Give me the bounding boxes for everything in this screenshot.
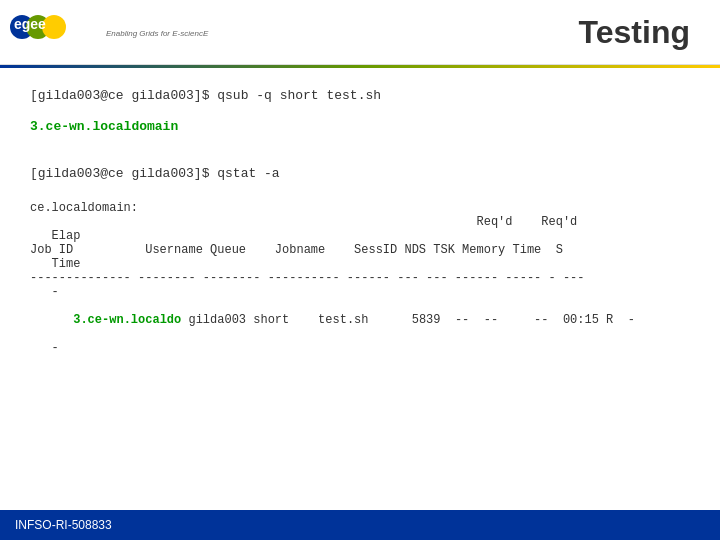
egee-logo-svg: egee	[10, 7, 100, 57]
output-1: 3.ce-wn.localdomain	[30, 119, 690, 134]
section-label: ce.localdomain:	[30, 201, 690, 215]
job-id-link: 3.ce-wn.localdo	[73, 313, 181, 327]
col-headers: Job ID Username Queue Jobname SessID NDS…	[30, 243, 690, 257]
command-1: [gilda003@ce gilda003]$ qsub -q short te…	[30, 88, 690, 103]
svg-text:egee: egee	[14, 16, 46, 32]
page-title: Testing	[579, 14, 710, 51]
logo-area: egee Enabling Grids for E-sciencE	[10, 7, 208, 57]
header: egee Enabling Grids for E-sciencE Testin…	[0, 0, 720, 65]
logo-text-area: Enabling Grids for E-sciencE	[106, 27, 208, 38]
table-header-1: Req'd Req'd	[30, 215, 690, 229]
gap-1	[30, 103, 690, 119]
table-area: ce.localdomain: Req'd Req'd Elap Job ID …	[30, 201, 690, 355]
footer: INFSO-RI-508833	[0, 510, 720, 540]
gap-4	[30, 181, 690, 197]
footer-text: INFSO-RI-508833	[15, 518, 112, 532]
main-content: [gilda003@ce gilda003]$ qsub -q short te…	[0, 68, 720, 365]
data-row-rest: gilda003 short test.sh 5839 -- -- -- 00:…	[181, 313, 635, 327]
command-2: [gilda003@ce gilda003]$ qstat -a	[30, 166, 690, 181]
col-headers-2: Time	[30, 257, 690, 271]
dashes-row: -------------- -------- -------- -------…	[30, 271, 690, 285]
dash-2: -	[30, 285, 690, 299]
table-header-2: Elap	[30, 229, 690, 243]
tagline: Enabling Grids for E-sciencE	[106, 29, 208, 38]
gap-2	[30, 134, 690, 150]
data-row-1: 3.ce-wn.localdo gilda003 short test.sh 5…	[30, 299, 690, 341]
gap-3	[30, 150, 690, 166]
egee-logo: egee	[10, 7, 100, 57]
data-row-2: -	[30, 341, 690, 355]
